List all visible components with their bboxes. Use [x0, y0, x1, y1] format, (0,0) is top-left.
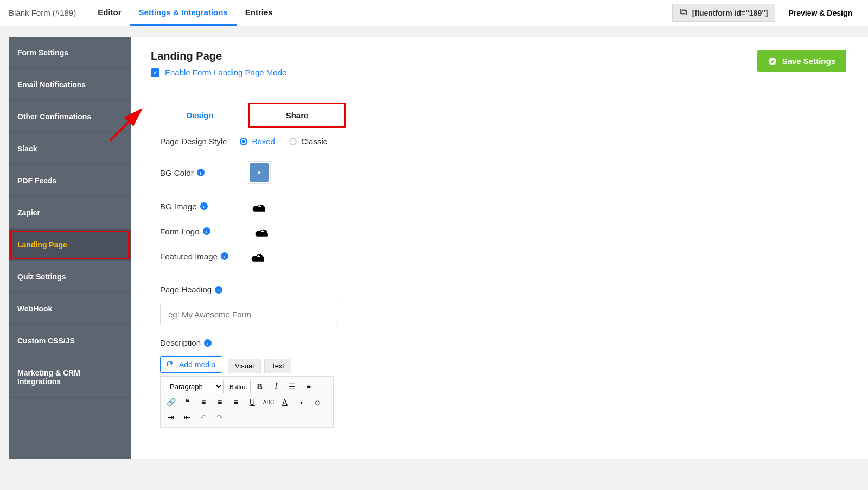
align-right-icon[interactable]: ≡ [229, 396, 243, 409]
underline-icon[interactable]: U [245, 396, 259, 409]
page-heading-label-text: Page Heading [160, 285, 212, 294]
bold-icon[interactable]: B [253, 380, 267, 393]
info-icon[interactable]: i [215, 286, 222, 294]
form-title: Blank Form (#189) [9, 8, 76, 17]
save-settings-button[interactable]: Save Settings [757, 50, 846, 72]
tab-editor[interactable]: Editor [89, 0, 130, 26]
description-label-text: Description [160, 338, 201, 347]
strikethrough-icon[interactable]: ABC [261, 396, 276, 409]
svg-rect-1 [680, 9, 685, 14]
editor-mode-visual[interactable]: Visual [228, 359, 261, 373]
tab-settings-integrations[interactable]: Settings & Integrations [130, 0, 237, 26]
page-heading-label: Page Heading i [160, 285, 337, 294]
page-title: Landing Page [151, 50, 286, 62]
sidebar-item-form-settings[interactable]: Form Settings [9, 37, 131, 69]
checkmark-circle-icon [768, 57, 777, 66]
enable-landing-page-toggle[interactable]: ✓ Enable Form Landing Page Mode [151, 68, 286, 77]
align-left-icon[interactable]: ≡ [196, 396, 210, 409]
shortcode-box[interactable]: [fluentform id="189"] [672, 4, 775, 22]
sidebar-item-pdf-feeds[interactable]: PDF Feeds [9, 165, 131, 197]
sidebar-item-slack[interactable]: Slack [9, 133, 131, 165]
info-icon[interactable]: i [197, 169, 205, 176]
save-button-label: Save Settings [782, 56, 835, 66]
info-icon[interactable]: i [204, 339, 212, 347]
top-nav: Editor Settings & Integrations Entries [89, 0, 281, 26]
indent-icon[interactable]: ⇥ [164, 411, 178, 424]
chevron-down-icon: ▾ [258, 169, 261, 176]
sidebar: Form Settings Email Notifications Other … [9, 37, 131, 459]
rich-text-editor: Paragraph Button B I ☰ ≡ 🔗 ❝ ≡ ≡ ≡ [160, 376, 334, 428]
radio-boxed-label: Boxed [252, 137, 275, 146]
info-icon[interactable]: i [221, 252, 228, 260]
page-design-style-label: Page Design Style [160, 137, 227, 146]
page-heading-input[interactable] [160, 303, 337, 326]
paragraph-select[interactable]: Paragraph [164, 380, 224, 393]
radio-classic-label: Classic [301, 137, 327, 146]
sidebar-item-landing-page[interactable]: Landing Page [9, 229, 131, 261]
upload-icon[interactable] [250, 249, 267, 263]
editor-mode-text[interactable]: Text [264, 359, 291, 373]
undo-icon[interactable]: ↶ [196, 411, 210, 424]
sidebar-item-email-notifications[interactable]: Email Notifications [9, 69, 131, 101]
align-center-icon[interactable]: ≡ [213, 396, 227, 409]
sidebar-item-marketing-crm[interactable]: Marketing & CRM Integrations [9, 357, 131, 398]
topbar-right: [fluentform id="189"] Preview & Design [672, 4, 859, 22]
info-icon[interactable]: i [203, 227, 210, 235]
radio-icon [289, 138, 297, 145]
link-icon[interactable]: 🔗 [164, 396, 178, 409]
shortcode-text: [fluentform id="189"] [692, 9, 768, 17]
copy-icon [679, 8, 688, 18]
form-logo-label: Form Logo i [160, 227, 210, 236]
insert-button-button[interactable]: Button [226, 380, 251, 393]
sidebar-item-other-confirmations[interactable]: Other Confirmations [9, 101, 131, 133]
radio-selected-icon [240, 138, 247, 145]
add-media-button[interactable]: Add media [160, 356, 222, 373]
tab-entries[interactable]: Entries [237, 0, 282, 26]
radio-boxed[interactable]: Boxed [240, 137, 275, 146]
add-media-label: Add media [179, 360, 215, 369]
media-icon [167, 360, 176, 369]
numbered-list-icon[interactable]: ≡ [302, 380, 316, 393]
outdent-icon[interactable]: ⇤ [180, 411, 194, 424]
bg-image-label: BG Image i [160, 202, 208, 211]
sidebar-item-quiz-settings[interactable]: Quiz Settings [9, 261, 131, 293]
sidebar-item-custom-css-js[interactable]: Custom CSS/JS [9, 325, 131, 357]
config-panel: Design Share Page Design Style Boxed Cla… [151, 103, 346, 437]
bg-color-picker[interactable]: ▾ [248, 161, 271, 184]
upload-icon[interactable] [254, 224, 271, 238]
bg-color-label: BG Color i [160, 168, 205, 177]
svg-rect-0 [682, 10, 686, 15]
italic-icon[interactable]: I [269, 380, 283, 393]
redo-icon[interactable]: ↷ [213, 411, 227, 424]
preview-design-button[interactable]: Preview & Design [782, 5, 860, 21]
sidebar-item-webhook[interactable]: WebHook [9, 293, 131, 325]
config-tab-share[interactable]: Share [248, 103, 346, 128]
config-tab-design[interactable]: Design [151, 103, 248, 128]
enable-label: Enable Form Landing Page Mode [165, 68, 286, 77]
bg-color-label-text: BG Color [160, 168, 194, 177]
form-logo-label-text: Form Logo [160, 227, 200, 236]
bullet-list-icon[interactable]: ☰ [285, 380, 299, 393]
featured-image-label: Featured Image i [160, 252, 228, 261]
text-color-dropdown-icon[interactable]: ▾ [294, 396, 308, 409]
featured-image-label-text: Featured Image [160, 252, 218, 261]
upload-icon[interactable] [251, 199, 269, 213]
text-color-icon[interactable]: A [278, 396, 292, 409]
sidebar-item-zapier[interactable]: Zapier [9, 197, 131, 229]
description-label: Description i [160, 338, 337, 347]
main-content: Landing Page ✓ Enable Form Landing Page … [131, 37, 868, 459]
radio-classic[interactable]: Classic [289, 137, 327, 146]
bg-image-label-text: BG Image [160, 202, 197, 211]
checkbox-checked-icon: ✓ [151, 68, 159, 77]
info-icon[interactable]: i [200, 202, 208, 210]
eraser-icon[interactable]: ◇ [310, 396, 324, 409]
topbar: Blank Form (#189) Editor Settings & Inte… [0, 0, 868, 26]
quote-icon[interactable]: ❝ [180, 396, 194, 409]
